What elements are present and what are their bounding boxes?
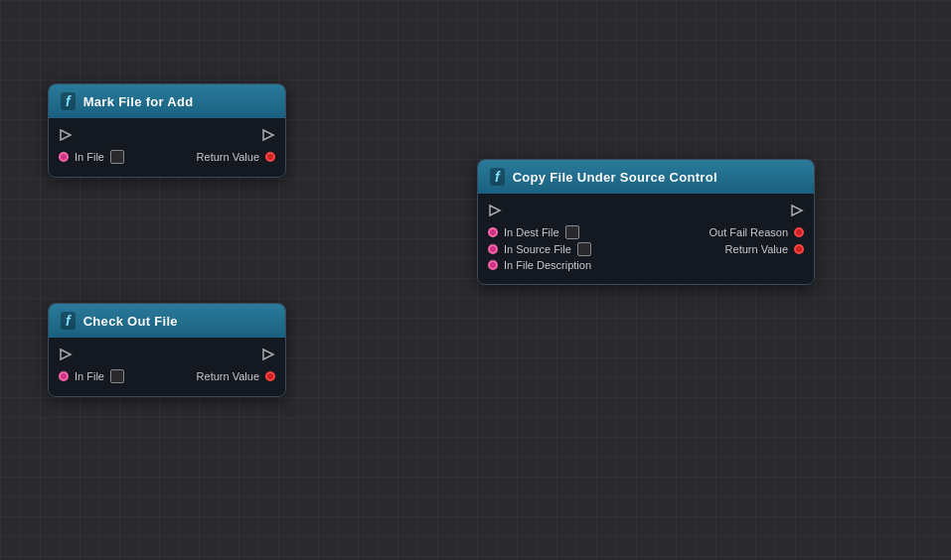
exec-row-checkout: [59, 346, 275, 363]
node-header-mark-file: f Mark File for Add: [49, 84, 285, 118]
pin-label-failreason: Out Fail Reason: [710, 226, 788, 238]
pin-circle-infile-checkout: [59, 371, 69, 381]
pin-circle-return-copy: [794, 244, 804, 254]
svg-marker-2: [61, 350, 71, 359]
pin-left-destfile[interactable]: In Dest File: [488, 225, 579, 239]
pin-label-return-mark: Return Value: [197, 151, 259, 163]
pin-circle-sourcefile: [488, 244, 498, 254]
pin-circle-failreason: [794, 227, 804, 237]
exec-arrow-right-copy-file: [790, 204, 804, 217]
svg-marker-0: [61, 130, 71, 140]
node-title-mark-file: Mark File for Add: [83, 94, 194, 109]
pin-circle-return-mark: [265, 152, 275, 162]
function-icon-checkout: f: [61, 312, 76, 330]
node-header-copy-file: f Copy File Under Source Control: [478, 160, 814, 194]
exec-arrow-left-copy-file: [488, 204, 502, 217]
node-body-checkout: In File Return Value: [49, 338, 285, 396]
function-icon-mark-file: f: [61, 92, 76, 110]
pin-label-infile-checkout: In File: [75, 370, 104, 382]
node-copy-file[interactable]: f Copy File Under Source Control: [477, 159, 815, 285]
pin-label-sourcefile: In Source File: [504, 243, 571, 255]
exec-out-copy-file[interactable]: [790, 204, 804, 217]
pin-label-filedesc: In File Description: [504, 259, 591, 271]
exec-row-copy-file: [488, 202, 804, 219]
pin-right-failreason[interactable]: Out Fail Reason: [710, 226, 804, 238]
pin-row-infile-mark: In File Return Value: [59, 150, 275, 164]
pin-box-destfile[interactable]: [565, 225, 579, 239]
node-body-mark-file: In File Return Value: [49, 118, 285, 177]
svg-marker-3: [263, 350, 273, 359]
svg-marker-1: [263, 130, 273, 140]
pin-box-infile-checkout[interactable]: [110, 369, 124, 383]
exec-out-mark-file[interactable]: [261, 128, 275, 142]
pin-row-infile-checkout: In File Return Value: [59, 369, 275, 383]
exec-row-mark-file: [59, 126, 275, 144]
node-title-copy-file: Copy File Under Source Control: [513, 170, 717, 185]
pin-left-sourcefile[interactable]: In Source File: [488, 242, 591, 256]
exec-in-checkout[interactable]: [59, 348, 73, 361]
exec-in-copy-file[interactable]: [488, 204, 502, 217]
exec-in-mark-file[interactable]: [59, 128, 73, 142]
pin-circle-infile-mark: [59, 152, 69, 162]
pin-right-return-mark[interactable]: Return Value: [197, 151, 275, 163]
exec-out-checkout[interactable]: [261, 348, 275, 361]
pin-right-return-checkout[interactable]: Return Value: [197, 370, 275, 382]
exec-arrow-right-checkout: [261, 348, 275, 361]
exec-arrow-right-mark-file: [261, 128, 275, 142]
pin-row-sourcefile: In Source File Return Value: [488, 242, 804, 256]
node-checkout[interactable]: f Check Out File: [48, 303, 286, 397]
pin-row-filedesc: In File Description: [488, 259, 804, 271]
pin-box-infile-mark[interactable]: [110, 150, 124, 164]
pin-circle-filedesc: [488, 260, 498, 270]
pin-row-destfile: In Dest File Out Fail Reason: [488, 225, 804, 239]
exec-arrow-left-checkout: [59, 348, 73, 361]
exec-arrow-left-mark-file: [59, 128, 73, 142]
pin-left-infile-mark[interactable]: In File: [59, 150, 124, 164]
pin-left-infile-checkout[interactable]: In File: [59, 369, 124, 383]
pin-label-return-checkout: Return Value: [197, 370, 259, 382]
pin-label-infile-mark: In File: [75, 151, 104, 163]
function-icon-copy-file: f: [490, 168, 505, 186]
pin-left-filedesc[interactable]: In File Description: [488, 259, 591, 271]
node-mark-file[interactable]: f Mark File for Add: [48, 83, 286, 178]
pin-label-destfile: In Dest File: [504, 226, 559, 238]
pin-label-return-copy: Return Value: [725, 243, 788, 255]
pin-box-sourcefile[interactable]: [577, 242, 591, 256]
pin-right-return-copy[interactable]: Return Value: [725, 243, 804, 255]
pin-circle-destfile: [488, 227, 498, 237]
node-title-checkout: Check Out File: [83, 314, 178, 329]
node-header-checkout: f Check Out File: [49, 304, 285, 338]
svg-marker-5: [792, 206, 802, 215]
pin-circle-return-checkout: [265, 371, 275, 381]
svg-marker-4: [490, 206, 500, 215]
node-body-copy-file: In Dest File Out Fail Reason In Source F…: [478, 194, 814, 284]
